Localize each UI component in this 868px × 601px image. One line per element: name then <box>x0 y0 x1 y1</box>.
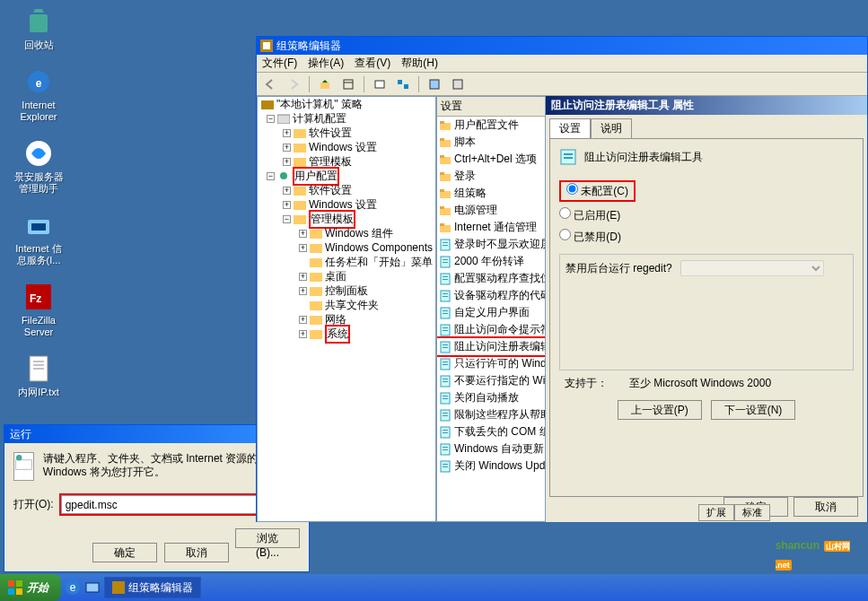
support-info: 支持于： 至少 Microsoft Windows 2000 <box>565 376 771 391</box>
setting-item[interactable]: Ctrl+Alt+Del 选项 <box>437 151 545 168</box>
setting-item[interactable]: 阻止访问注册表编辑工具 <box>437 338 545 355</box>
setting-item[interactable]: 限制这些程序从帮助启动 <box>437 406 545 423</box>
tree-toggle[interactable]: + <box>299 273 307 281</box>
tree-user-config[interactable]: 用户配置 <box>294 170 338 182</box>
desktop-icon-recycle-bin[interactable]: 回收站 <box>7 7 70 51</box>
svg-rect-42 <box>440 121 444 124</box>
toolbar-back-button[interactable] <box>260 74 280 94</box>
toolbar-up-button[interactable] <box>315 74 335 94</box>
toolbar-help-button[interactable] <box>425 74 444 94</box>
svg-point-13 <box>16 455 22 461</box>
desktop-icon-ie[interactable]: e Internet Explorer <box>7 67 70 123</box>
menu-action[interactable]: 操作(A) <box>308 56 344 71</box>
tree-toggle[interactable]: + <box>283 158 291 166</box>
tree-item[interactable]: 控制面板 <box>325 283 368 299</box>
radio-disabled[interactable]: 已禁用(D) <box>559 231 621 243</box>
policy-name: 阻止访问注册表编辑工具 <box>584 150 703 165</box>
tree-item[interactable]: 任务栏和「开始」菜单 <box>325 255 433 270</box>
desktop-icon-txt[interactable]: 内网IP.txt <box>7 354 70 398</box>
toolbar-properties-button[interactable] <box>370 74 390 94</box>
policy-icon <box>439 307 452 319</box>
toolbar-forward-button[interactable] <box>284 74 303 94</box>
menu-help[interactable]: 帮助(H) <box>401 56 438 71</box>
setting-item[interactable]: 只运行许可的 Windows 应用程序 <box>437 355 545 372</box>
tree-toggle[interactable]: − <box>267 115 275 123</box>
props-tab-setting[interactable]: 设置 <box>549 118 591 138</box>
desktop-icon-jingan[interactable]: 景安服务器 管理助手 <box>7 139 70 195</box>
props-tab-explain[interactable]: 说明 <box>591 118 632 138</box>
tree-item[interactable]: 软件设置 <box>309 183 352 198</box>
tree-toggle[interactable]: + <box>283 144 291 152</box>
setting-item[interactable]: 下载丢失的 COM 组件 <box>437 423 545 440</box>
setting-item[interactable]: 阻止访问命令提示符 <box>437 321 545 338</box>
tree-admin-templates[interactable]: 管理模板 <box>311 213 354 225</box>
settings-list-pane[interactable]: 设置 用户配置文件脚本Ctrl+Alt+Del 选项登录组策略电源管理Inter… <box>436 96 546 522</box>
radio-enabled[interactable]: 已启用(E) <box>559 209 620 222</box>
setting-item[interactable]: Windows 自动更新 <box>437 440 545 457</box>
tree-item[interactable]: 共享文件夹 <box>325 298 379 313</box>
tree-item[interactable]: 桌面 <box>325 269 346 284</box>
setting-item[interactable]: 组策略 <box>437 185 545 202</box>
setting-item[interactable]: 脚本 <box>437 134 545 151</box>
setting-item[interactable]: 用户配置文件 <box>437 117 545 134</box>
props-cancel-button[interactable]: 取消 <box>793 497 858 517</box>
tree-toggle[interactable]: + <box>283 187 291 195</box>
svg-rect-35 <box>310 258 322 267</box>
tree-computer-config[interactable]: 计算机配置 <box>293 111 346 126</box>
tree-system[interactable]: 系统 <box>327 327 348 340</box>
tree-toggle[interactable]: + <box>299 287 307 295</box>
tree-toggle[interactable]: + <box>299 330 307 338</box>
menu-file[interactable]: 文件(F) <box>262 56 297 71</box>
setting-item[interactable]: 自定义用户界面 <box>437 304 545 321</box>
tab-extended[interactable]: 扩展 <box>698 504 734 521</box>
ie-icon: e <box>24 67 53 96</box>
toolbar-refresh-button[interactable] <box>393 74 413 94</box>
setting-item[interactable]: Internet 通信管理 <box>437 219 545 236</box>
tab-standard[interactable]: 标准 <box>734 504 770 521</box>
quicklaunch-ie[interactable]: e <box>65 579 81 596</box>
setting-item[interactable]: 2000 年份转译 <box>437 253 545 270</box>
svg-rect-92 <box>443 447 448 448</box>
tree-toggle[interactable]: − <box>267 172 275 180</box>
setting-item[interactable]: 设备驱动程序的代码签名 <box>437 287 545 304</box>
toolbar-show-button[interactable] <box>338 74 358 94</box>
setting-label: 下载丢失的 COM 组件 <box>454 424 546 440</box>
tree-toggle[interactable]: + <box>299 244 307 252</box>
tree-toggle[interactable]: + <box>283 201 291 209</box>
setting-item[interactable]: 关闭自动播放 <box>437 389 545 406</box>
run-browse-button[interactable]: 浏览(B)... <box>235 528 300 548</box>
quicklaunch-desktop[interactable] <box>84 579 101 596</box>
tree-toggle[interactable]: + <box>299 316 307 324</box>
next-setting-button[interactable]: 下一设置(N) <box>711 400 796 420</box>
tree-item[interactable]: Windows 设置 <box>309 140 377 155</box>
setting-item[interactable]: 不要运行指定的 Windows 应用程序 <box>437 372 545 389</box>
tree-pane[interactable]: "本地计算机" 策略 −计算机配置 +软件设置 +Windows 设置 +管理模… <box>257 96 436 522</box>
tree-item[interactable]: Windows Components <box>325 241 433 254</box>
tree-item[interactable]: Windows 组件 <box>325 226 393 241</box>
tree-item[interactable]: 软件设置 <box>309 126 352 141</box>
setting-item[interactable]: 登录 <box>437 168 545 185</box>
run-cancel-button[interactable]: 取消 <box>164 543 229 562</box>
tree-toggle[interactable]: + <box>299 230 307 238</box>
tree-toggle[interactable]: + <box>283 129 291 137</box>
toolbar-export-button[interactable] <box>448 74 468 94</box>
desktop-icon-label: Internet 信 息服务(I... <box>7 243 70 266</box>
desktop-icon-label: 内网IP.txt <box>7 387 70 398</box>
start-button[interactable]: 开始 <box>0 574 61 601</box>
menu-view[interactable]: 查看(V) <box>355 56 390 71</box>
taskbar-app-gpedit[interactable]: 组策略编辑器 <box>104 577 201 598</box>
setting-item[interactable]: 配置驱动程序查找位置 <box>437 270 545 287</box>
run-ok-button[interactable]: 确定 <box>92 543 157 562</box>
iis-icon <box>24 211 53 240</box>
desktop-icon-filezilla[interactable]: Fz FileZilla Server <box>7 283 70 338</box>
setting-item[interactable]: 关闭 Windows Update <box>437 457 545 475</box>
desktop-icon-iis[interactable]: Internet 信 息服务(I... <box>7 211 70 266</box>
sub-setting-select[interactable] <box>680 260 824 276</box>
setting-item[interactable]: 电源管理 <box>437 202 545 219</box>
setting-item[interactable]: 登录时不显示欢迎屏幕 <box>437 236 545 253</box>
tree-toggle[interactable]: − <box>283 215 291 223</box>
radio-not-configured[interactable]: 未配置(C) <box>566 185 628 197</box>
svg-rect-33 <box>310 230 322 239</box>
tree-root[interactable]: "本地计算机" 策略 <box>276 97 363 112</box>
prev-setting-button[interactable]: 上一设置(P) <box>618 400 702 420</box>
